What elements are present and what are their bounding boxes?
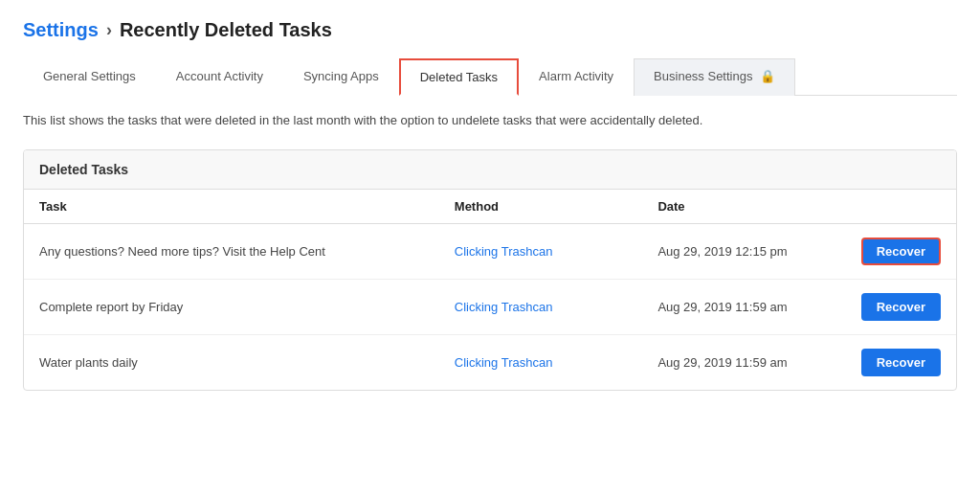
date-cell: Aug 29, 2019 11:59 am [642,279,845,334]
method-cell[interactable]: Clicking Trashcan [439,223,643,279]
tab-syncing-apps[interactable]: Syncing Apps [283,58,399,96]
action-cell: Recover [846,279,956,334]
col-header-action [846,190,956,224]
task-cell: Any questions? Need more tips? Visit the… [24,223,439,279]
breadcrumb-chevron-icon: › [106,20,112,40]
date-cell: Aug 29, 2019 12:15 pm [642,223,845,279]
method-link[interactable]: Clicking Trashcan [455,300,553,314]
table-row: Water plants dailyClicking TrashcanAug 2… [24,334,956,390]
deleted-tasks-table: Task Method Date Any questions? Need mor… [24,190,956,390]
method-link[interactable]: Clicking Trashcan [455,244,553,259]
tab-deleted-tasks[interactable]: Deleted Tasks [399,58,519,96]
table-section-header: Deleted Tasks [24,150,956,190]
task-cell: Water plants daily [24,334,439,390]
tab-alarm-activity[interactable]: Alarm Activity [519,58,634,96]
recover-button[interactable]: Recover [861,238,941,265]
breadcrumb: Settings › Recently Deleted Tasks [23,19,957,41]
method-cell[interactable]: Clicking Trashcan [439,334,643,390]
page-title: Recently Deleted Tasks [120,19,332,41]
action-cell: Recover [846,334,956,390]
method-cell[interactable]: Clicking Trashcan [439,279,643,334]
col-header-task: Task [24,190,439,224]
date-cell: Aug 29, 2019 11:59 am [642,334,845,390]
deleted-tasks-table-section: Deleted Tasks Task Method Date Any quest… [23,149,957,391]
method-link[interactable]: Clicking Trashcan [455,355,553,370]
table-row: Any questions? Need more tips? Visit the… [24,223,956,279]
tabs-nav: General Settings Account Activity Syncin… [23,58,957,96]
tab-general-settings[interactable]: General Settings [23,58,156,96]
table-section-title: Deleted Tasks [39,162,128,177]
table-row: Complete report by FridayClicking Trashc… [24,279,956,334]
col-header-date: Date [642,190,845,224]
settings-link[interactable]: Settings [23,19,99,41]
col-header-method: Method [439,190,643,224]
page-description: This list shows the tasks that were dele… [23,111,957,130]
task-cell: Complete report by Friday [24,279,439,334]
action-cell: Recover [846,223,956,279]
tab-account-activity[interactable]: Account Activity [156,58,283,96]
recover-button[interactable]: Recover [861,349,941,376]
tab-business-settings[interactable]: Business Settings 🔒 [634,58,795,96]
recover-button[interactable]: Recover [861,293,941,321]
lock-icon: 🔒 [760,69,775,83]
